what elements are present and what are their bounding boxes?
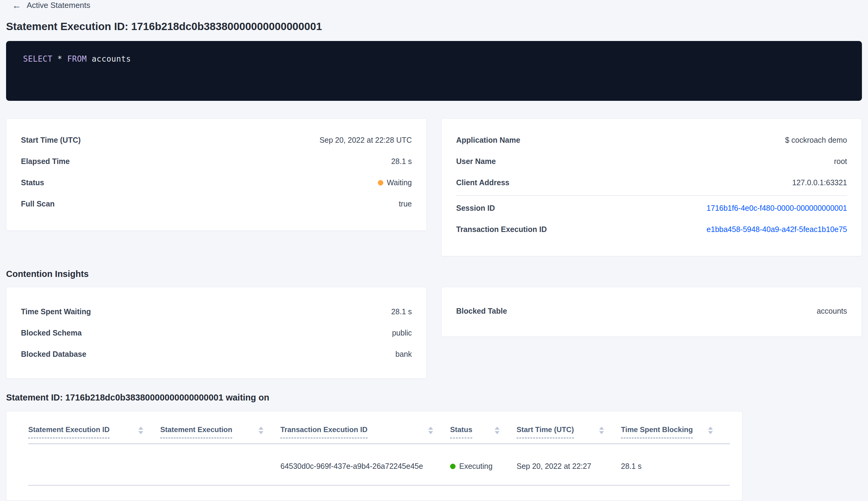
contention-details-card: Time Spent Waiting 28.1 s Blocked Schema… xyxy=(6,287,427,379)
sql-star: * xyxy=(57,54,62,63)
application-name-value: $ cockroach demo xyxy=(785,135,847,145)
cell-statement-execution-id xyxy=(28,461,160,471)
contention-insights-heading: Contention Insights xyxy=(6,269,862,279)
time-spent-waiting-value: 28.1 s xyxy=(391,307,412,316)
table-header-row: Statement Execution ID Statement Executi… xyxy=(7,412,742,438)
overview-cards-row: Start Time (UTC) Sep 20, 2022 at 22:28 U… xyxy=(6,118,862,256)
column-header-statement-execution[interactable]: Statement Execution xyxy=(160,425,280,438)
sort-icon[interactable] xyxy=(428,425,433,434)
cell-transaction-execution-id: 64530d0c-969f-437e-a9b4-26a72245e45e xyxy=(280,461,450,471)
sort-down-icon xyxy=(708,431,713,434)
application-name-label: Application Name xyxy=(456,135,520,145)
sort-up-icon xyxy=(138,427,143,430)
column-header-time-spent-blocking[interactable]: Time Spent Blocking xyxy=(621,425,730,438)
sql-table-name: accounts xyxy=(92,54,131,63)
session-id-row: Session ID 1716b1f6-4e0c-f480-0000-00000… xyxy=(456,203,847,213)
sort-down-icon xyxy=(259,431,263,434)
sort-icon[interactable] xyxy=(599,425,604,434)
sort-up-icon xyxy=(495,427,500,430)
transaction-execution-id-link[interactable]: e1bba458-5948-40a9-a42f-5feac1b10e75 xyxy=(707,224,847,234)
sort-icon[interactable] xyxy=(708,425,713,434)
full-scan-row: Full Scan true xyxy=(21,199,412,209)
blocked-schema-label: Blocked Schema xyxy=(21,328,82,338)
blocked-database-label: Blocked Database xyxy=(21,349,86,359)
sort-icon[interactable] xyxy=(259,425,263,434)
sort-up-icon xyxy=(428,427,433,430)
sort-down-icon xyxy=(428,431,433,434)
elapsed-time-label: Elapsed Time xyxy=(21,156,70,166)
blocked-database-value: bank xyxy=(395,349,412,359)
status-text: Waiting xyxy=(387,178,412,187)
waiting-on-heading: Statement ID: 1716b218dc0b38380000000000… xyxy=(6,393,862,403)
sort-down-icon xyxy=(495,431,500,434)
sql-statement-box: SELECT * FROM accounts xyxy=(6,41,862,101)
user-name-value: root xyxy=(834,156,847,166)
status-value: Waiting xyxy=(378,178,412,187)
card-divider xyxy=(456,195,847,196)
blocked-table-row: Blocked Table accounts xyxy=(456,306,847,316)
cell-statement-execution xyxy=(160,461,280,471)
elapsed-time-row: Elapsed Time 28.1 s xyxy=(21,156,412,166)
back-link-label: Active Statements xyxy=(27,1,90,10)
column-header-start-time[interactable]: Start Time (UTC) xyxy=(517,425,621,438)
back-arrow-icon: ← xyxy=(12,1,21,10)
cell-status: Executing xyxy=(450,461,517,471)
page-title: Statement Execution ID: 1716b218dc0b3838… xyxy=(6,20,862,32)
waiting-statements-table: Statement Execution ID Statement Executi… xyxy=(6,411,742,501)
sort-down-icon xyxy=(599,431,604,434)
user-name-row: User Name root xyxy=(456,156,847,166)
elapsed-time-value: 28.1 s xyxy=(391,156,412,166)
client-address-value: 127.0.0.1:63321 xyxy=(792,178,847,187)
full-scan-label: Full Scan xyxy=(21,199,55,209)
column-header-status[interactable]: Status xyxy=(450,425,517,438)
full-scan-value: true xyxy=(399,199,412,209)
transaction-execution-id-row: Transaction Execution ID e1bba458-5948-4… xyxy=(456,224,847,234)
sort-up-icon xyxy=(599,427,604,430)
sort-icon[interactable] xyxy=(138,425,143,434)
cell-status-text: Executing xyxy=(459,462,492,470)
client-address-row: Client Address 127.0.0.1:63321 xyxy=(456,178,847,187)
statement-overview-card: Start Time (UTC) Sep 20, 2022 at 22:28 U… xyxy=(6,118,427,231)
application-name-row: Application Name $ cockroach demo xyxy=(456,135,847,145)
statement-execution-details-page: ← Active Statements Statement Execution … xyxy=(0,0,868,501)
session-overview-card: Application Name $ cockroach demo User N… xyxy=(441,118,862,256)
blocked-table-label: Blocked Table xyxy=(456,306,507,316)
blocked-table-value: accounts xyxy=(817,306,847,316)
column-header-transaction-execution-id[interactable]: Transaction Execution ID xyxy=(280,425,450,438)
sort-down-icon xyxy=(138,431,143,434)
table-row-divider xyxy=(28,485,730,486)
blocked-schema-row: Blocked Schema public xyxy=(21,328,412,338)
sort-icon[interactable] xyxy=(495,425,500,434)
session-id-label: Session ID xyxy=(456,203,495,213)
client-address-label: Client Address xyxy=(456,178,510,187)
time-spent-waiting-label: Time Spent Waiting xyxy=(21,307,91,316)
blocked-schema-value: public xyxy=(392,328,412,338)
session-id-link[interactable]: 1716b1f6-4e0c-f480-0000-000000000001 xyxy=(707,203,847,213)
sort-up-icon xyxy=(708,427,713,430)
table-row: 64530d0c-969f-437e-a9b4-26a72245e45e Exe… xyxy=(7,444,742,485)
sort-up-icon xyxy=(259,427,263,430)
blocked-table-card: Blocked Table accounts xyxy=(441,287,862,337)
column-header-statement-execution-id[interactable]: Statement Execution ID xyxy=(28,425,160,438)
blocked-database-row: Blocked Database bank xyxy=(21,349,412,359)
start-time-row: Start Time (UTC) Sep 20, 2022 at 22:28 U… xyxy=(21,135,412,145)
transaction-execution-id-label: Transaction Execution ID xyxy=(456,224,547,234)
start-time-label: Start Time (UTC) xyxy=(21,135,81,145)
cell-start-time: Sep 20, 2022 at 22:27 xyxy=(517,461,621,471)
status-label: Status xyxy=(21,178,44,187)
sql-keyword-from: FROM xyxy=(67,54,87,63)
cell-time-spent-blocking: 28.1 s xyxy=(621,461,730,471)
sql-keyword-select: SELECT xyxy=(23,54,53,63)
waiting-status-dot-icon xyxy=(378,180,383,185)
status-row: Status Waiting xyxy=(21,178,412,187)
time-spent-waiting-row: Time Spent Waiting 28.1 s xyxy=(21,307,412,316)
executing-status-dot-icon xyxy=(450,463,456,469)
contention-cards-row: Time Spent Waiting 28.1 s Blocked Schema… xyxy=(6,287,862,379)
user-name-label: User Name xyxy=(456,156,496,166)
start-time-value: Sep 20, 2022 at 22:28 UTC xyxy=(319,135,412,145)
back-link[interactable]: ← Active Statements xyxy=(12,1,90,10)
